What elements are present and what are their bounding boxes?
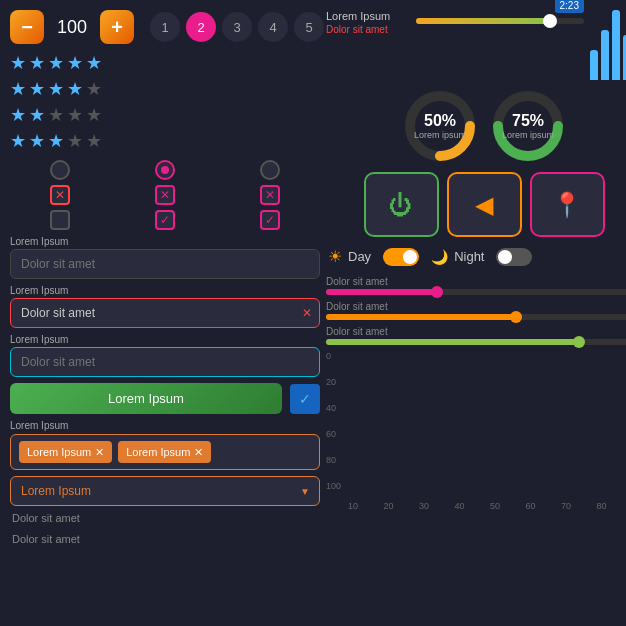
dropdown-sub-1: Dolor sit amet	[10, 509, 320, 527]
day-item: ☀ Day	[328, 247, 371, 266]
check-empty[interactable]	[10, 210, 110, 230]
input-field-3[interactable]	[10, 347, 320, 377]
day-label: Day	[348, 249, 371, 264]
star[interactable]: ★	[10, 130, 26, 152]
clear-button[interactable]: ✕	[302, 306, 312, 320]
slider-thumb-3[interactable]	[573, 336, 585, 348]
input-field-1[interactable]	[10, 249, 320, 279]
checkbox-x-pink-2[interactable]: ✕	[260, 185, 280, 205]
checkbox-empty[interactable]	[50, 210, 70, 230]
star[interactable]: ★	[67, 130, 83, 152]
slider-thumb-2[interactable]	[510, 311, 522, 323]
slider-fill-2	[326, 314, 516, 320]
location-button-card[interactable]: 📍	[530, 172, 605, 237]
radio-empty-2[interactable]	[220, 160, 320, 180]
slider-thumb-1[interactable]	[431, 286, 443, 298]
star[interactable]: ★	[29, 130, 45, 152]
star[interactable]: ★	[67, 104, 83, 126]
donut-1: 50% Lorem ipsum	[400, 86, 480, 166]
check-pink[interactable]: ✓	[115, 210, 215, 230]
radio-selected[interactable]	[115, 160, 215, 180]
star[interactable]: ★	[29, 78, 45, 100]
slider-row-2: Dolor sit amet	[326, 301, 626, 320]
slider-fill-1	[326, 289, 437, 295]
night-label: Night	[454, 249, 484, 264]
check-x-red[interactable]: ✕	[10, 185, 110, 205]
star[interactable]: ★	[67, 52, 83, 74]
check-x-pink[interactable]: ✕	[115, 185, 215, 205]
star[interactable]: ★	[10, 52, 26, 74]
star[interactable]: ★	[48, 130, 64, 152]
sun-icon: ☀	[328, 247, 342, 266]
page-btn-3[interactable]: 3	[222, 12, 252, 42]
star[interactable]: ★	[86, 52, 102, 74]
x-label-20: 20	[383, 501, 393, 511]
radio-circle-selected[interactable]	[155, 160, 175, 180]
top-right-section: Lorem Ipsum Dolor sit amet 2:23	[326, 10, 626, 80]
y-label-0: 0	[326, 351, 341, 361]
volume-button-card[interactable]: ◀	[447, 172, 522, 237]
checkbox-x-pink[interactable]: ✕	[155, 185, 175, 205]
star[interactable]: ★	[48, 104, 64, 126]
chevron-down-icon: ▼	[300, 486, 310, 497]
counter-minus-button[interactable]: −	[10, 10, 44, 44]
checkbox-x-red[interactable]: ✕	[50, 185, 70, 205]
input-field-2[interactable]	[10, 298, 320, 328]
star-row-1: ★ ★ ★ ★ ★	[10, 52, 320, 74]
star[interactable]: ★	[48, 52, 64, 74]
star[interactable]: ★	[29, 52, 45, 74]
tag-close-1[interactable]: ✕	[95, 446, 104, 459]
checkbox-check-pink-2[interactable]: ✓	[260, 210, 280, 230]
x-label-70: 70	[561, 501, 571, 511]
star[interactable]: ★	[10, 104, 26, 126]
slider-track-3[interactable]	[326, 339, 626, 345]
icon-buttons-row: ⏻ ◀ 📍	[326, 172, 626, 237]
star-row-4: ★ ★ ★ ★ ★	[10, 130, 320, 152]
night-toggle[interactable]	[496, 248, 532, 266]
page-btn-4[interactable]: 4	[258, 12, 288, 42]
green-btn-row: Lorem Ipsum ✓	[10, 383, 320, 414]
check-x-pink-2[interactable]: ✕	[220, 185, 320, 205]
slider-track-1[interactable]	[326, 289, 626, 295]
power-button-card[interactable]: ⏻	[364, 172, 439, 237]
page-btn-5[interactable]: 5	[294, 12, 324, 42]
day-toggle[interactable]	[383, 248, 419, 266]
star[interactable]: ★	[86, 130, 102, 152]
tag-item-2[interactable]: Lorem Ipsum ✕	[118, 441, 211, 463]
slider-thumb[interactable]	[543, 14, 557, 28]
y-label-20: 20	[326, 377, 341, 387]
slider-row-3: Dolor sit amet	[326, 326, 626, 345]
counter-plus-button[interactable]: +	[100, 10, 134, 44]
right-column: Lorem Ipsum Dolor sit amet 2:23	[326, 10, 626, 548]
slider-label-2: Dolor sit amet	[326, 301, 626, 312]
dropdown-select[interactable]: Lorem Ipsum	[10, 476, 320, 506]
moon-icon: 🌙	[431, 249, 448, 265]
radio-check-grid: ✕ ✕ ✕ ✓ ✓	[10, 160, 320, 230]
x-label-50: 50	[490, 501, 500, 511]
tag-text-1: Lorem Ipsum	[27, 446, 91, 458]
counter-value: 100	[52, 17, 92, 38]
slider-track[interactable]	[416, 18, 584, 24]
checkbox-check-pink[interactable]: ✓	[155, 210, 175, 230]
radio-circle-empty[interactable]	[50, 160, 70, 180]
page-btn-1[interactable]: 1	[150, 12, 180, 42]
radio-empty[interactable]	[10, 160, 110, 180]
x-label-10: 10	[348, 501, 358, 511]
green-submit-button[interactable]: Lorem Ipsum	[10, 383, 282, 414]
star[interactable]: ★	[86, 78, 102, 100]
check-icon-box[interactable]: ✓	[290, 384, 320, 414]
star[interactable]: ★	[67, 78, 83, 100]
tag-input-box[interactable]: Lorem Ipsum ✕ Lorem Ipsum ✕	[10, 434, 320, 470]
page-btn-2[interactable]: 2	[186, 12, 216, 42]
slider-track-2[interactable]	[326, 314, 626, 320]
radio-circle-empty-2[interactable]	[260, 160, 280, 180]
star[interactable]: ★	[48, 78, 64, 100]
star[interactable]: ★	[86, 104, 102, 126]
tag-item-1[interactable]: Lorem Ipsum ✕	[19, 441, 112, 463]
tag-close-2[interactable]: ✕	[194, 446, 203, 459]
check-pink-2[interactable]: ✓	[220, 210, 320, 230]
day-night-row: ☀ Day 🌙 Night	[326, 243, 626, 270]
star[interactable]: ★	[29, 104, 45, 126]
slider-fill-3	[326, 339, 579, 345]
star[interactable]: ★	[10, 78, 26, 100]
